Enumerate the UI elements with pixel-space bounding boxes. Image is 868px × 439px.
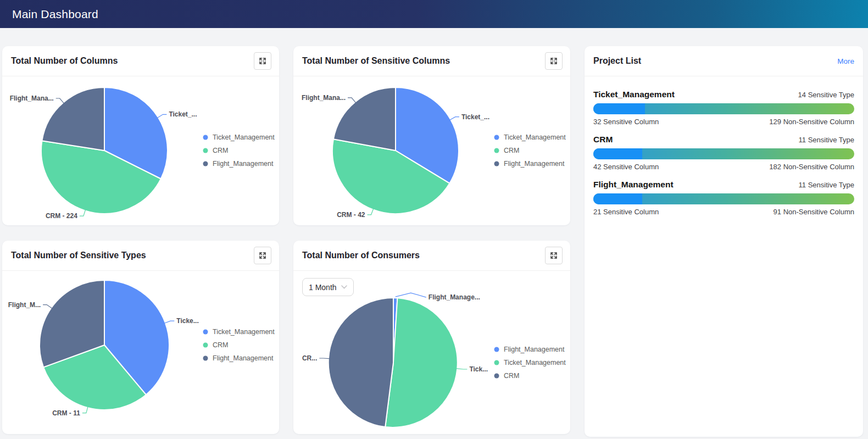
pie-chart-sensitive-types: Ticke...CRM - 11Flight_M...Ticket_Manage… <box>2 271 279 434</box>
svg-text:Ticke...: Ticke... <box>176 317 198 325</box>
project-row: Flight_Management 11 Sensitive Type 21 S… <box>593 180 854 216</box>
pie-callout: Ticket_... <box>157 110 197 118</box>
legend-item-Ticket_Management[interactable]: Ticket_Management <box>494 359 566 366</box>
pie-chart-consumers-body: 1 Month Flight_Manage...Tick...CR...Flig… <box>293 271 570 434</box>
legend-item-CRM[interactable]: CRM <box>494 372 520 380</box>
project-list: Ticket_Management 14 Sensitive Type 32 S… <box>585 76 863 216</box>
sensitive-type-count: 11 Sensitive Type <box>799 181 854 189</box>
app-header: Main Dashboard <box>0 0 868 28</box>
legend-item-Flight_Management[interactable]: Flight_Management <box>494 160 565 168</box>
pie-callout: Flight_Mana... <box>10 95 65 104</box>
card-title: Total Number of Consumers <box>302 251 420 260</box>
non-sensitive-column-count: 182 Non-Sensitive Column <box>769 163 854 171</box>
sensitive-column-count: 32 Sensitive Column <box>593 118 659 126</box>
legend-item-Ticket_Management[interactable]: Ticket_Management <box>203 134 275 141</box>
expand-arrows-icon <box>550 57 558 65</box>
legend-item-CRM[interactable]: CRM <box>203 341 229 349</box>
project-name: CRM <box>593 135 613 145</box>
expand-arrows-icon <box>259 57 266 65</box>
pie-callout: CRM - 42 <box>337 208 374 219</box>
sensitive-column-count: 42 Sensitive Column <box>593 163 659 171</box>
pie-callout: Tick... <box>456 365 488 373</box>
pie-callout: CR... <box>302 354 331 362</box>
sensitive-type-count: 14 Sensitive Type <box>798 91 854 99</box>
legend-item-Ticket_Management[interactable]: Ticket_Management <box>203 328 275 336</box>
expand-button[interactable] <box>545 52 563 70</box>
legend-item-Flight_Management[interactable]: Flight_Management <box>203 354 274 362</box>
project-name: Flight_Management <box>593 180 674 190</box>
expand-arrows-icon <box>259 252 266 259</box>
card-title: Total Number of Sensitive Columns <box>302 56 450 66</box>
svg-text:Flight_Management: Flight_Management <box>213 160 274 168</box>
pie-callout: Flight_Mana... <box>302 94 357 104</box>
pie-callout: CRM - 11 <box>52 405 88 417</box>
svg-text:Flight_Management: Flight_Management <box>504 346 565 353</box>
legend-item-CRM[interactable]: CRM <box>203 147 229 154</box>
sensitivity-bar <box>593 103 854 114</box>
expand-button[interactable] <box>254 247 271 264</box>
svg-text:Flight_M...: Flight_M... <box>8 301 41 309</box>
pie-chart-sensitive-columns: Ticket_...CRM - 42Flight_Mana...Ticket_M… <box>293 76 570 225</box>
card-header: Total Number of Columns <box>2 46 279 76</box>
expand-arrows-icon <box>550 252 558 259</box>
svg-text:Ticket_...: Ticket_... <box>169 110 197 118</box>
svg-text:Ticket_Management: Ticket_Management <box>504 359 566 366</box>
expand-button[interactable] <box>254 52 271 70</box>
pie-slice-CRM[interactable] <box>329 298 393 427</box>
svg-text:CRM - 11: CRM - 11 <box>52 409 80 417</box>
svg-text:CRM - 224: CRM - 224 <box>46 212 77 220</box>
sensitive-type-count: 11 Sensitive Type <box>799 136 854 144</box>
svg-text:CRM: CRM <box>213 147 228 154</box>
pie-callout: Ticket_... <box>449 113 489 121</box>
card-title: Total Number of Columns <box>11 56 118 66</box>
svg-text:CRM - 42: CRM - 42 <box>337 211 365 219</box>
svg-text:Flight_Management: Flight_Management <box>213 354 274 362</box>
pie-callout: CRM - 224 <box>46 209 86 220</box>
legend-item-Ticket_Management[interactable]: Ticket_Management <box>494 134 566 141</box>
panel-title: Project List <box>593 56 641 66</box>
svg-text:Tick...: Tick... <box>469 365 488 373</box>
svg-text:Ticket_Management: Ticket_Management <box>213 134 275 141</box>
dashboard-grid: Total Number of Columns Ticket_...CRM - … <box>0 28 868 434</box>
svg-text:Flight_Management: Flight_Management <box>504 160 565 168</box>
svg-text:CR...: CR... <box>302 354 317 362</box>
svg-text:Flight_Manage...: Flight_Manage... <box>429 293 480 301</box>
sensitivity-bar-fill <box>593 103 645 114</box>
pie-callout: Ticke... <box>163 317 199 325</box>
svg-text:Ticket_Management: Ticket_Management <box>213 328 275 336</box>
panel-header: Project List More <box>585 46 863 76</box>
sensitivity-bar <box>593 148 854 159</box>
pie-chart-columns: Ticket_...CRM - 224Flight_Mana...Ticket_… <box>2 76 279 225</box>
non-sensitive-column-count: 129 Non-Sensitive Column <box>769 118 854 126</box>
legend-item-Flight_Management[interactable]: Flight_Management <box>494 346 565 353</box>
card-title: Total Number of Sensitive Types <box>11 251 146 260</box>
more-link[interactable]: More <box>837 57 854 65</box>
card-total-columns: Total Number of Columns Ticket_...CRM - … <box>2 46 279 225</box>
project-row: CRM 11 Sensitive Type 42 Sensitive Colum… <box>593 135 854 171</box>
expand-button[interactable] <box>545 247 563 264</box>
time-range-value: 1 Month <box>309 283 337 292</box>
project-list-panel: Project List More Ticket_Management 14 S… <box>585 46 863 437</box>
legend-item-Flight_Management[interactable]: Flight_Management <box>203 160 274 168</box>
svg-text:Ticket_Management: Ticket_Management <box>504 134 566 141</box>
card-header: Total Number of Consumers <box>293 241 570 271</box>
sensitivity-bar-fill <box>593 193 642 204</box>
card-header: Total Number of Sensitive Columns <box>293 46 570 76</box>
card-total-sensitive-columns: Total Number of Sensitive Columns Ticket… <box>293 46 570 225</box>
svg-text:Flight_Mana...: Flight_Mana... <box>302 94 346 102</box>
project-row: Ticket_Management 14 Sensitive Type 32 S… <box>593 90 854 126</box>
svg-text:CRM: CRM <box>504 372 519 380</box>
card-total-consumers: Total Number of Consumers 1 Month <box>293 241 570 434</box>
sensitive-column-count: 21 Sensitive Column <box>593 208 659 216</box>
page-title: Main Dashboard <box>12 8 98 21</box>
legend-item-CRM[interactable]: CRM <box>494 147 520 154</box>
pie-slice-Ticket_Management[interactable] <box>385 298 458 427</box>
svg-text:CRM: CRM <box>504 147 519 154</box>
time-range-select[interactable]: 1 Month <box>302 278 354 296</box>
sensitivity-bar-fill <box>593 148 642 159</box>
card-header: Total Number of Sensitive Types <box>2 241 279 271</box>
sensitivity-bar <box>593 193 854 204</box>
project-name: Ticket_Management <box>593 90 675 99</box>
svg-text:CRM: CRM <box>213 341 228 349</box>
chevron-down-icon <box>341 285 347 289</box>
